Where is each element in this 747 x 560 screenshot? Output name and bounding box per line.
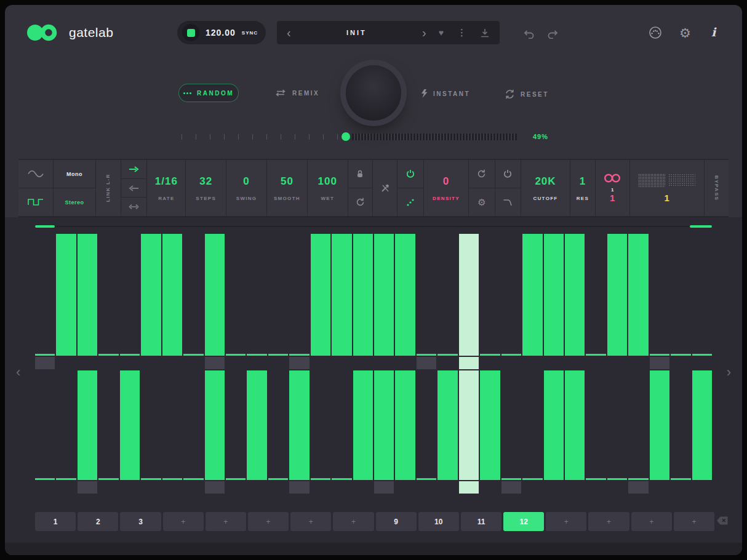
pattern-slot-3[interactable]: 3 <box>120 512 161 531</box>
pattern-add-slot[interactable]: + <box>546 512 586 531</box>
rate-control[interactable]: 1/16 RATE <box>147 160 185 216</box>
save-preset-icon[interactable] <box>480 28 490 38</box>
gate-step-1-25[interactable] <box>544 234 564 369</box>
infinity-loop-control[interactable]: 1 1 <box>596 160 629 216</box>
page-left-icon[interactable]: ‹ <box>16 364 20 380</box>
gate-step-1-1[interactable] <box>35 234 55 369</box>
direction-forward-button[interactable] <box>121 160 146 178</box>
gate-step-2-10[interactable] <box>226 370 246 494</box>
stop-button[interactable] <box>182 24 199 41</box>
gate-step-2-6[interactable] <box>141 370 161 494</box>
gate-step-2-32[interactable] <box>692 370 712 494</box>
gate-step-1-18[interactable] <box>395 234 415 369</box>
pattern-add-slot[interactable]: + <box>674 512 714 531</box>
pattern-add-slot[interactable]: + <box>631 512 672 531</box>
pattern-slot-1[interactable]: 1 <box>35 512 76 531</box>
density-control[interactable]: 0 DENSITY <box>424 160 469 216</box>
gate-step-2-7[interactable] <box>162 370 182 494</box>
gate-step-2-4[interactable] <box>98 370 118 494</box>
generate-knob[interactable] <box>346 65 401 121</box>
gate-step-2-15[interactable] <box>332 370 351 494</box>
sync-toggle[interactable]: SYNC <box>242 30 258 36</box>
density-power-toggle[interactable] <box>397 160 423 188</box>
direction-pingpong-button[interactable] <box>121 197 146 216</box>
gate-step-1-20[interactable] <box>437 234 457 369</box>
pattern-slot-12[interactable]: 12 <box>503 512 544 531</box>
gate-step-1-11[interactable] <box>247 234 266 369</box>
gate-step-2-18[interactable] <box>395 370 415 494</box>
gate-step-1-26[interactable] <box>565 234 585 369</box>
pattern-slot-9[interactable]: 9 <box>376 512 417 531</box>
pattern-add-slot[interactable]: + <box>206 512 246 531</box>
gate-step-2-26[interactable] <box>565 370 585 494</box>
pattern-slot-11[interactable]: 11 <box>461 512 501 531</box>
gate-step-1-15[interactable] <box>332 234 351 369</box>
pattern-add-slot[interactable]: + <box>248 512 289 531</box>
gate-step-1-30[interactable] <box>650 234 669 369</box>
gate-step-1-19[interactable] <box>417 234 436 369</box>
gate-step-1-31[interactable] <box>671 234 690 369</box>
slider-ticks-left[interactable] <box>182 134 340 140</box>
preset-menu-icon[interactable]: ⋮ <box>457 27 466 38</box>
gate-step-1-12[interactable] <box>268 234 288 369</box>
gate-step-2-16[interactable] <box>353 370 373 494</box>
pattern-add-slot[interactable]: + <box>290 512 331 531</box>
direction-reverse-button[interactable] <box>121 178 146 198</box>
res-control[interactable]: 1 RES <box>570 160 595 216</box>
gate-step-2-27[interactable] <box>586 370 605 494</box>
gate-step-2-21[interactable] <box>459 370 479 494</box>
filter-power-toggle[interactable] <box>495 160 521 188</box>
gate-step-1-9[interactable] <box>205 234 225 369</box>
gate-step-2-28[interactable] <box>607 370 627 494</box>
pattern-slot-10[interactable]: 10 <box>418 512 459 531</box>
gate-step-2-2[interactable] <box>56 370 76 494</box>
noise-variation-control[interactable]: 1 <box>630 160 704 216</box>
gate-step-2-1[interactable] <box>35 370 55 494</box>
gate-step-2-31[interactable] <box>671 370 690 494</box>
gate-step-1-6[interactable] <box>141 234 161 369</box>
bypass-toggle[interactable]: BYPASS <box>705 160 729 216</box>
steps-control[interactable]: 32 STEPS <box>186 160 226 216</box>
gate-step-1-14[interactable] <box>311 234 330 369</box>
gate-step-2-8[interactable] <box>183 370 203 494</box>
noise-pattern-b-icon[interactable] <box>668 174 695 187</box>
loop-toggle[interactable] <box>348 188 372 216</box>
pattern-add-slot[interactable]: + <box>163 512 204 531</box>
gate-step-1-2[interactable] <box>56 234 76 369</box>
gate-step-1-28[interactable] <box>607 234 627 369</box>
gate-step-1-21[interactable] <box>459 234 479 369</box>
filter-curve-icon[interactable] <box>495 188 521 216</box>
gate-step-1-3[interactable] <box>78 234 97 369</box>
midi-settings-icon[interactable] <box>649 26 662 39</box>
gate-step-2-3[interactable] <box>78 370 97 494</box>
gate-step-1-13[interactable] <box>289 234 309 369</box>
lock-toggle[interactable] <box>348 160 372 188</box>
wet-control[interactable]: 100 WET <box>308 160 348 216</box>
undo-icon[interactable] <box>522 30 535 39</box>
redo-icon[interactable] <box>546 30 560 39</box>
gate-step-2-9[interactable] <box>205 370 225 494</box>
gate-step-1-23[interactable] <box>501 234 521 369</box>
gate-step-2-13[interactable] <box>289 370 309 494</box>
gate-step-1-16[interactable] <box>353 234 373 369</box>
random-mode-button[interactable]: RANDOM <box>178 84 239 102</box>
smooth-control[interactable]: 50 SMOOTH <box>267 160 307 216</box>
gate-step-2-17[interactable] <box>374 370 394 494</box>
gate-step-2-14[interactable] <box>311 370 330 494</box>
pattern-slot-2[interactable]: 2 <box>78 512 118 531</box>
wave-sine-button[interactable] <box>18 160 53 188</box>
gate-step-2-22[interactable] <box>480 370 500 494</box>
bpm-value[interactable]: 120.00 <box>206 28 236 38</box>
gate-step-1-32[interactable] <box>692 234 712 369</box>
density-random-icon[interactable] <box>397 188 423 216</box>
regen-toggle[interactable] <box>469 160 494 188</box>
gate-step-1-27[interactable] <box>586 234 605 369</box>
gate-step-1-17[interactable] <box>374 234 394 369</box>
cutoff-control[interactable]: 20K CUTOFF <box>521 160 570 216</box>
amount-slider-handle[interactable] <box>342 132 350 141</box>
preset-next-button[interactable]: › <box>422 26 426 39</box>
favorite-icon[interactable]: ♥ <box>439 28 444 38</box>
gate-step-1-10[interactable] <box>226 234 246 369</box>
pattern-add-slot[interactable]: + <box>588 512 629 531</box>
page-right-icon[interactable]: › <box>727 364 731 380</box>
